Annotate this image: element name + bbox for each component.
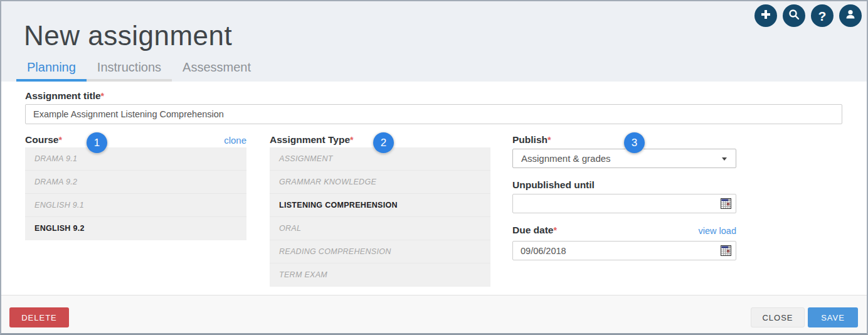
view-load-link[interactable]: view load: [699, 226, 736, 236]
clone-link[interactable]: clone: [224, 135, 246, 146]
new-assignment-window: New assignment ? Planning: [0, 0, 868, 335]
tab-instructions[interactable]: Instructions: [87, 60, 172, 82]
search-button[interactable]: [783, 4, 805, 27]
assignment-type-label: Assignment Type*: [270, 134, 354, 146]
page-title: New assignment: [24, 20, 232, 51]
required-asterisk: *: [553, 225, 556, 235]
close-button[interactable]: CLOSE: [751, 307, 805, 327]
course-listbox: DRAMA 9.1 DRAMA 9.2 ENGLISH 9.1 ENGLISH …: [25, 147, 246, 240]
add-icon: [760, 8, 772, 23]
assignment-type-listbox: ASSIGNMENT GRAMMAR KNOWLEDGE LISTENING C…: [270, 147, 490, 287]
type-option[interactable]: READING COMPREHENSION: [270, 240, 490, 263]
unpublished-until-calendar-button[interactable]: [721, 198, 731, 209]
tab-planning[interactable]: Planning: [16, 60, 87, 82]
due-date-calendar-button[interactable]: [721, 245, 731, 256]
type-option[interactable]: ORAL: [270, 217, 490, 240]
user-icon: [844, 8, 857, 24]
assignment-title-input[interactable]: [25, 104, 842, 124]
help-button[interactable]: ?: [811, 4, 834, 27]
course-section: Course* 1 clone DRAMA 9.1 DRAMA 9.2 ENGL…: [25, 133, 246, 240]
type-option[interactable]: GRAMMAR KNOWLEDGE: [270, 171, 490, 194]
type-option-selected[interactable]: LISTENING COMPREHENSION: [270, 194, 490, 217]
course-option[interactable]: DRAMA 9.1: [25, 147, 246, 171]
due-date-label: Due date*: [512, 225, 557, 236]
help-icon: ?: [818, 9, 827, 23]
required-asterisk: *: [101, 91, 104, 101]
header-action-bar: ?: [754, 4, 862, 27]
due-date-input[interactable]: [512, 241, 736, 260]
course-label: Course*: [25, 134, 62, 146]
save-button[interactable]: SAVE: [808, 307, 858, 327]
step-badge-3: 3: [624, 132, 645, 153]
add-button[interactable]: [754, 4, 777, 27]
step-badge-1: 1: [87, 132, 107, 153]
page-header: New assignment ? Planning: [1, 1, 867, 82]
required-asterisk: *: [58, 135, 61, 145]
assignment-type-section: Assignment Type* 2 ASSIGNMENT GRAMMAR KN…: [270, 133, 490, 287]
tab-assessment[interactable]: Assessment: [172, 60, 262, 82]
unpublished-until-label: Unpublished until: [512, 179, 736, 191]
course-option-selected[interactable]: ENGLISH 9.2: [25, 217, 246, 240]
unpublished-until-input[interactable]: [512, 194, 736, 213]
course-option[interactable]: DRAMA 9.2: [25, 171, 246, 194]
publish-selected-value: Assignment & grades: [521, 153, 611, 164]
calendar-icon: [721, 201, 731, 211]
delete-button[interactable]: DELETE: [9, 307, 69, 327]
tab-bar: Planning Instructions Assessment: [16, 60, 262, 82]
publish-label: Publish*: [512, 134, 551, 146]
chevron-down-icon: [722, 157, 727, 161]
type-option[interactable]: TERM EXAM: [270, 263, 490, 287]
required-asterisk: *: [350, 135, 353, 145]
user-button[interactable]: [839, 4, 862, 27]
search-icon: [788, 8, 800, 23]
course-option[interactable]: ENGLISH 9.1: [25, 194, 246, 217]
required-asterisk: *: [548, 135, 551, 145]
assignment-title-label: Assignment title*: [25, 90, 104, 102]
calendar-icon: [721, 248, 731, 258]
step-badge-2: 2: [373, 132, 394, 153]
publish-select[interactable]: Assignment & grades: [512, 149, 736, 168]
footer-bar: DELETE CLOSE SAVE: [1, 295, 867, 333]
publish-section: Publish* 3 Assignment & grades Unpublish…: [512, 133, 736, 260]
